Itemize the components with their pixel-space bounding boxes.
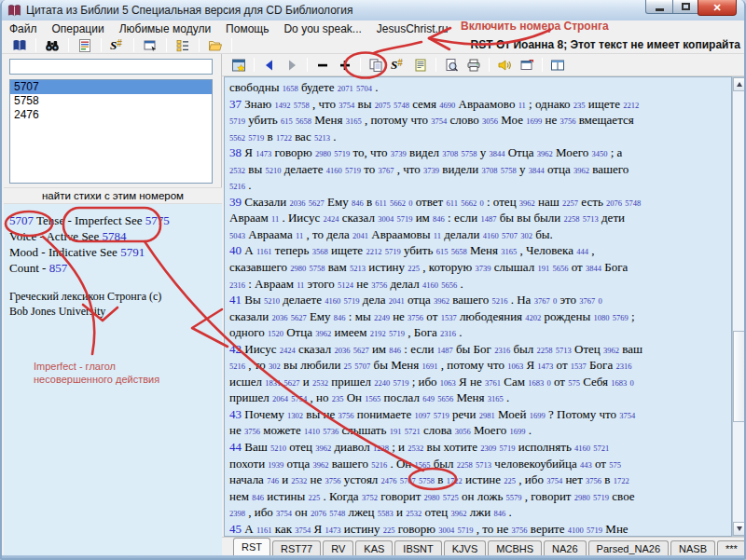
- verse-number[interactable]: 43: [229, 407, 242, 421]
- strongs-number[interactable]: 3004: [378, 214, 394, 224]
- close-button[interactable]: ✕: [698, 0, 737, 16]
- verse-number[interactable]: 41: [229, 293, 242, 307]
- strongs-number[interactable]: 746: [267, 476, 279, 485]
- strongs-lexicon-button[interactable]: S#: [105, 37, 130, 53]
- strongs-number[interactable]: 1228: [373, 444, 389, 453]
- strongs-number[interactable]: 3962: [313, 460, 329, 470]
- strongs-number[interactable]: 5754: [291, 394, 307, 403]
- strongs-number[interactable]: 649: [422, 394, 435, 403]
- strongs-number[interactable]: 2980: [315, 149, 331, 158]
- strongs-number[interactable]: 3844: [529, 166, 545, 175]
- strongs-number[interactable]: 11: [297, 280, 304, 290]
- verse-number[interactable]: 44: [229, 440, 242, 454]
- minimize-button[interactable]: [645, 0, 673, 14]
- strongs-number[interactable]: 3754: [276, 509, 292, 518]
- verse-number[interactable]: 37: [229, 97, 242, 111]
- strongs-number[interactable]: 2036: [271, 313, 287, 322]
- strongs-number[interactable]: 3756: [512, 526, 528, 535]
- strongs-number[interactable]: 5719: [334, 149, 350, 158]
- strongs-number[interactable]: 5758: [501, 166, 517, 175]
- list-item-2476[interactable]: 2476: [10, 108, 212, 122]
- strongs-number[interactable]: 1565: [365, 394, 380, 403]
- strongs-number[interactable]: 5719: [344, 296, 360, 306]
- print-preview-button[interactable]: [440, 55, 463, 75]
- strongs-number[interactable]: 235: [332, 394, 344, 403]
- strongs-number[interactable]: 5656: [437, 394, 453, 403]
- strongs-number[interactable]: 3767: [534, 296, 550, 306]
- strongs-number[interactable]: 5784: [102, 229, 126, 243]
- strongs-number[interactable]: 2249: [374, 313, 390, 322]
- strongs-number[interactable]: 5043: [229, 231, 245, 240]
- strongs-number[interactable]: 5124: [338, 280, 353, 290]
- verse-number[interactable]: 39: [229, 195, 242, 209]
- strongs-number[interactable]: 615: [281, 116, 293, 126]
- search-binoculars-button[interactable]: [40, 37, 64, 53]
- strongs-number[interactable]: 5579: [506, 493, 522, 502]
- strongs-number[interactable]: 5627: [309, 198, 325, 208]
- strongs-number[interactable]: 2258: [564, 214, 580, 224]
- strongs-number[interactable]: 5719: [385, 247, 401, 256]
- tab-[interactable]: ***: [717, 540, 746, 555]
- strongs-number[interactable]: 3962: [519, 198, 535, 208]
- strongs-number[interactable]: 3056: [455, 427, 471, 436]
- strongs-number[interactable]: 2258: [537, 346, 553, 355]
- title-bar[interactable]: Цитата из Библии 5 Специальная версия дл…: [2, 0, 744, 20]
- books-tree-button[interactable]: [171, 37, 195, 53]
- bookmarks-page-button[interactable]: [73, 37, 97, 53]
- strongs-search-input[interactable]: [9, 59, 213, 75]
- strongs-number[interactable]: 3756: [338, 411, 353, 420]
- strongs-number[interactable]: 2532: [229, 166, 245, 175]
- strongs-number[interactable]: 225: [504, 476, 516, 485]
- strongs-number[interactable]: 191: [537, 264, 549, 273]
- strongs-number[interactable]: 1520: [268, 329, 283, 338]
- tab-mcbhs[interactable]: MCBHS: [488, 540, 542, 555]
- scrollbar-thumb[interactable]: [733, 331, 746, 422]
- copy-button[interactable]: [365, 55, 387, 75]
- tab-ibsnt[interactable]: IBSNT: [394, 540, 441, 555]
- strongs-number[interactable]: 3844: [586, 264, 601, 273]
- strongs-number[interactable]: 2257: [562, 198, 578, 208]
- strongs-number[interactable]: 5713: [476, 460, 491, 470]
- strongs-number[interactable]: 2076: [311, 509, 326, 518]
- strongs-number[interactable]: 3754: [546, 476, 562, 485]
- strongs-number[interactable]: 3962: [537, 149, 553, 158]
- strongs-number[interactable]: 1161: [256, 247, 272, 256]
- strongs-number[interactable]: 0: [598, 296, 601, 306]
- strongs-number[interactable]: 11: [434, 231, 441, 240]
- tab-rv[interactable]: RV: [323, 540, 353, 555]
- strongs-number[interactable]: 1939: [268, 460, 283, 470]
- strongs-number[interactable]: 1658: [283, 84, 298, 93]
- strongs-number[interactable]: 5213: [314, 133, 330, 143]
- strongs-number[interactable]: 1487: [437, 346, 453, 355]
- strongs-number[interactable]: 11: [271, 214, 279, 224]
- strongs-number[interactable]: 3754: [295, 526, 311, 535]
- strongs-number[interactable]: 1722: [276, 133, 292, 143]
- strongs-number[interactable]: 302: [520, 231, 532, 240]
- strongs-number[interactable]: 3962: [603, 346, 619, 355]
- open-bible-book-button[interactable]: [7, 37, 32, 53]
- tab-nasb[interactable]: NASB: [670, 540, 715, 555]
- strongs-number[interactable]: 5758: [310, 264, 325, 273]
- menu-операции[interactable]: Операции: [45, 22, 112, 35]
- strongs-number[interactable]: 5758: [461, 149, 477, 158]
- font-decrease-button[interactable]: [311, 55, 334, 75]
- strongs-number[interactable]: 5721: [405, 427, 421, 436]
- tab-parsed-na26[interactable]: Parsed_NA26: [588, 540, 670, 555]
- strongs-number[interactable]: 1537: [571, 362, 587, 371]
- strongs-number[interactable]: 2036: [334, 346, 350, 355]
- strongs-number[interactable]: 225: [309, 493, 321, 502]
- menu-любимые-модули[interactable]: Любимые модули: [112, 22, 218, 35]
- tab-kjvs[interactable]: KJVS: [444, 540, 487, 555]
- back-button[interactable]: [258, 55, 281, 75]
- strongs-number[interactable]: 3756: [408, 313, 423, 322]
- font-increase-button[interactable]: [334, 55, 356, 75]
- strongs-number[interactable]: 3962: [315, 444, 331, 453]
- strongs-number[interactable]: 3754: [619, 411, 635, 420]
- strongs-number[interactable]: 3962: [315, 329, 331, 338]
- strongs-number[interactable]: 2316: [615, 362, 631, 371]
- strongs-number[interactable]: 1722: [447, 476, 463, 485]
- strongs-number[interactable]: 3756: [560, 116, 575, 126]
- strongs-number[interactable]: 11: [518, 101, 526, 110]
- menu-do-you-speak[interactable]: Do you speak...: [276, 22, 368, 35]
- strongs-number[interactable]: 2424: [323, 214, 338, 224]
